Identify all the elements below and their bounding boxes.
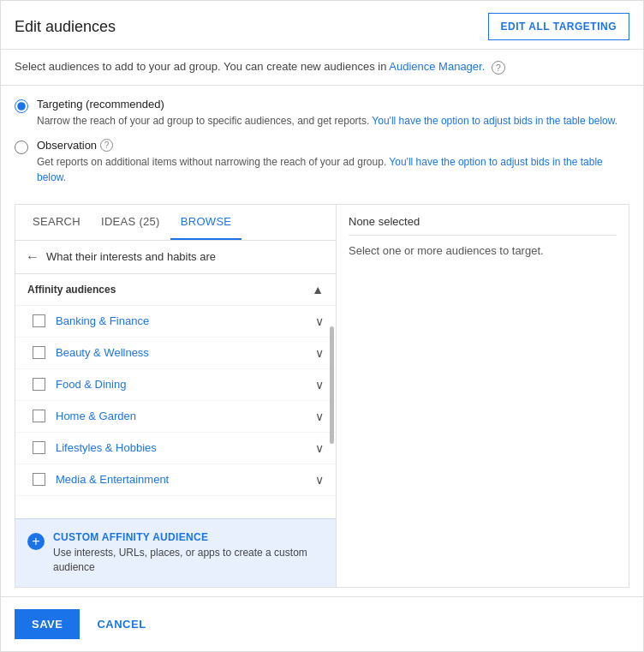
item-label-home: Home & Garden [56, 410, 315, 422]
custom-affinity-desc: Use interests, URLs, places, or apps to … [53, 546, 324, 575]
item-checkbox-home[interactable] [33, 410, 45, 422]
expand-icon-lifestyles[interactable]: ∨ [315, 441, 324, 455]
item-label-lifestyles: Lifestyles & Hobbies [56, 441, 315, 454]
tab-browse[interactable]: BROWSE [170, 205, 242, 240]
targeting-radio[interactable] [15, 99, 28, 113]
observation-label-group: Observation ? Get reports on additional … [37, 139, 629, 185]
page-title: Edit audiences [15, 18, 116, 36]
expand-icon-media[interactable]: ∨ [315, 473, 324, 487]
targeting-label-group: Targeting (recommended) Narrow the reach… [37, 98, 617, 129]
item-label-food: Food & Dining [56, 378, 315, 391]
targeting-title: Targeting (recommended) [37, 98, 164, 111]
right-panel: None selected Select one or more audienc… [337, 205, 629, 587]
expand-icon-banking[interactable]: ∨ [315, 314, 324, 328]
browse-back-label: What their interests and habits are [46, 250, 216, 263]
back-arrow-icon: ← [26, 249, 39, 265]
left-panel: SEARCH IDEAS (25) BROWSE ← What their in… [15, 205, 337, 587]
targeting-desc: Narrow the reach of your ad group to spe… [37, 113, 617, 129]
targeting-desc-link[interactable]: You'll have the option to adjust bids in… [372, 115, 617, 127]
targeting-option: Targeting (recommended) Narrow the reach… [15, 98, 629, 129]
edit-all-targeting-button[interactable]: EDIT ALL TARGETING [488, 13, 629, 40]
item-checkbox-banking[interactable] [33, 314, 45, 327]
observation-radio[interactable] [15, 141, 28, 154]
item-checkbox-food[interactable] [33, 378, 45, 391]
list-item[interactable]: Lifestyles & Hobbies ∨ [15, 433, 336, 464]
custom-affinity-button[interactable]: + CUSTOM AFFINITY AUDIENCE Use interests… [15, 518, 336, 587]
category-header-label: Affinity audiences [27, 284, 116, 296]
tabs-bar: SEARCH IDEAS (25) BROWSE [15, 205, 336, 241]
radio-section: Targeting (recommended) Narrow the reach… [1, 86, 643, 195]
item-checkbox-media[interactable] [33, 473, 45, 486]
expand-icon-beauty[interactable]: ∨ [315, 346, 324, 360]
list-item[interactable]: Media & Entertainment ∨ [15, 464, 336, 496]
save-button[interactable]: SAVE [15, 609, 80, 639]
main-panel: SEARCH IDEAS (25) BROWSE ← What their in… [15, 204, 629, 588]
tab-search[interactable]: SEARCH [22, 205, 91, 240]
right-panel-title: None selected [349, 215, 617, 236]
plus-icon: + [27, 533, 45, 550]
observation-desc-prefix: Get reports on additional items without … [37, 156, 389, 168]
list-item[interactable]: Food & Dining ∨ [15, 369, 336, 401]
custom-affinity-content: CUSTOM AFFINITY AUDIENCE Use interests, … [53, 531, 324, 575]
audience-manager-link[interactable]: Audience Manager. [389, 60, 485, 73]
category-header: Affinity audiences ▲ [15, 274, 336, 306]
right-panel-hint: Select one or more audiences to target. [349, 244, 617, 257]
targeting-desc-prefix: Narrow the reach of your ad group to spe… [37, 115, 372, 127]
browse-back-button[interactable]: ← What their interests and habits are [15, 241, 336, 274]
expand-icon-home[interactable]: ∨ [315, 410, 324, 423]
observation-title: Observation [37, 139, 97, 152]
help-icon[interactable]: ? [492, 61, 505, 75]
observation-help-icon[interactable]: ? [100, 139, 113, 152]
page-container: Edit audiences EDIT ALL TARGETING Select… [0, 0, 644, 652]
tab-ideas[interactable]: IDEAS (25) [91, 205, 170, 240]
info-bar: Select audiences to add to your ad group… [1, 50, 643, 86]
list-item[interactable]: Home & Garden ∨ [15, 401, 336, 433]
item-label-banking: Banking & Finance [56, 314, 315, 327]
list-item[interactable]: Banking & Finance ∨ [15, 306, 336, 338]
list-item[interactable]: Beauty & Wellness ∨ [15, 338, 336, 369]
header: Edit audiences EDIT ALL TARGETING [1, 1, 643, 50]
expand-icon-food[interactable]: ∨ [315, 378, 324, 392]
item-label-beauty: Beauty & Wellness [56, 346, 315, 359]
cancel-button[interactable]: CANCEL [93, 609, 149, 639]
scrollbar-thumb[interactable] [330, 326, 334, 444]
observation-option: Observation ? Get reports on additional … [15, 139, 629, 185]
item-checkbox-lifestyles[interactable] [33, 441, 45, 454]
item-label-media: Media & Entertainment [56, 473, 315, 486]
category-list: Banking & Finance ∨ Beauty & Wellness ∨ … [15, 306, 336, 519]
collapse-icon[interactable]: ▲ [312, 283, 324, 296]
item-checkbox-beauty[interactable] [33, 346, 45, 359]
observation-desc: Get reports on additional items without … [37, 154, 629, 185]
info-text: Select audiences to add to your ad group… [15, 60, 389, 73]
custom-affinity-label: CUSTOM AFFINITY AUDIENCE [53, 531, 324, 543]
footer: SAVE CANCEL [1, 596, 643, 651]
